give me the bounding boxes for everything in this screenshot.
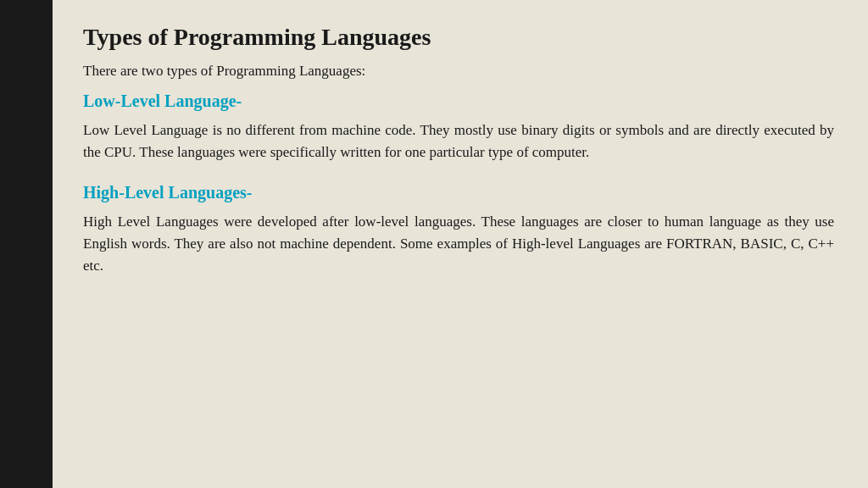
intro-text: There are two types of Programming Langu… (83, 63, 834, 80)
main-content: Types of Programming Languages There are… (53, 0, 868, 488)
section-body-high-level: High Level Languages were developed afte… (83, 211, 834, 278)
section-high-level: High-Level Languages- High Level Languag… (83, 183, 834, 291)
section-heading-high-level: High-Level Languages- (83, 183, 834, 202)
page-title: Types of Programming Languages (83, 24, 834, 51)
left-sidebar (0, 0, 53, 488)
section-heading-low-level: Low-Level Language- (83, 92, 834, 111)
section-body-low-level: Low Level Language is no different from … (83, 119, 834, 164)
section-low-level: Low-Level Language- Low Level Language i… (83, 92, 834, 178)
